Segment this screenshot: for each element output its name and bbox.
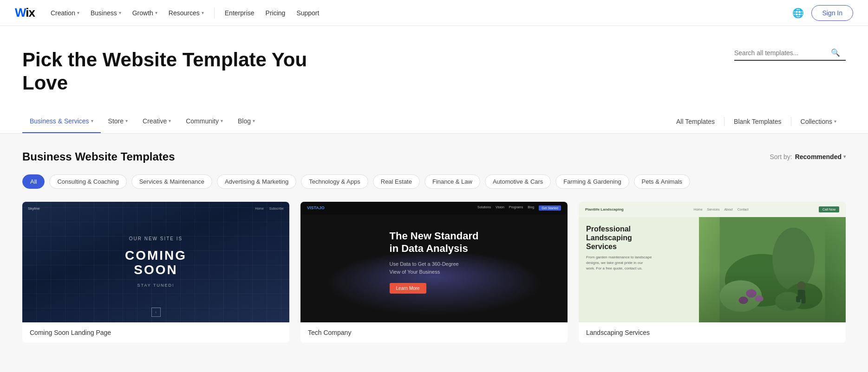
tc-content-block: The New Standardin Data Analysis Use Dat…	[379, 219, 490, 305]
sort-control: Sort by: Recommended ▾	[770, 153, 846, 160]
search-icon[interactable]: 🔍	[831, 48, 840, 57]
chevron-down-icon: ▾	[77, 10, 79, 15]
cat-nav-item-blog[interactable]: Blog ▾	[230, 110, 262, 133]
globe-icon[interactable]: 🌐	[792, 7, 804, 19]
cat-nav-right: All Templates Blank Templates Collection…	[667, 110, 846, 133]
main-content: Business Website Templates Sort by: Reco…	[0, 134, 868, 359]
wix-logo[interactable]: Wix	[15, 6, 35, 20]
svg-rect-11	[796, 296, 800, 302]
filter-all[interactable]: All	[22, 174, 45, 189]
chevron-down-icon: ▾	[155, 10, 157, 15]
template-grid: Skyline Home Subscribe OUR NEW SITE IS C…	[22, 202, 846, 343]
sign-in-button[interactable]: Sign In	[811, 5, 853, 21]
chevron-down-icon: ▾	[119, 10, 121, 15]
chevron-down-icon: ▾	[834, 119, 836, 124]
tc-learn-more-button[interactable]: Learn More	[390, 283, 426, 294]
chevron-down-icon: ▾	[253, 118, 255, 123]
nav-link-business[interactable]: Business ▾	[86, 6, 126, 19]
chevron-down-icon: ▾	[202, 10, 204, 15]
svg-point-3	[719, 280, 762, 312]
navbar: Wix Creation ▾ Business ▾ Growth ▾ Resou…	[0, 0, 868, 26]
filter-pets-animals[interactable]: Pets & Animals	[634, 174, 690, 189]
template-card-coming-soon[interactable]: Skyline Home Subscribe OUR NEW SITE IS C…	[22, 202, 289, 343]
template-label-coming-soon: Coming Soon Landing Page	[22, 322, 289, 343]
hero-section: Pick the Website Template You Love 🔍	[0, 26, 868, 110]
svg-point-8	[775, 292, 802, 311]
template-label-landscaping: Landscaping Services	[579, 322, 846, 343]
section-title: Business Website Templates	[22, 150, 175, 163]
svg-point-4	[746, 289, 757, 297]
svg-point-5	[755, 295, 763, 302]
chevron-down-icon: ▾	[91, 118, 93, 123]
chevron-down-icon: ▾	[843, 154, 846, 159]
cat-nav-item-store[interactable]: Store ▾	[101, 110, 135, 133]
cs-scroll-indicator: ↓	[151, 308, 161, 317]
filter-consulting-coaching[interactable]: Consulting & Coaching	[49, 174, 126, 189]
ls-left-content: ProfessionalLandscapingServices From gar…	[579, 217, 699, 322]
nav-right-actions: 🌐 Sign In	[792, 5, 853, 21]
section-header: Business Website Templates Sort by: Reco…	[22, 150, 846, 163]
svg-rect-0	[719, 217, 825, 322]
cat-nav-collections[interactable]: Collections ▾	[791, 110, 846, 133]
cat-nav-item-creative[interactable]: Creative ▾	[135, 110, 178, 133]
template-card-landscaping[interactable]: Plantlife Landscaping Home Services Abou…	[579, 202, 846, 343]
cat-nav-item-community[interactable]: Community ▾	[178, 110, 230, 133]
nav-link-pricing[interactable]: Pricing	[261, 6, 290, 19]
tc-mini-nav: VISTAJO Solutions Vision Programs Blog G…	[300, 202, 568, 214]
svg-rect-12	[801, 296, 805, 303]
filter-real-estate[interactable]: Real Estate	[373, 174, 420, 189]
template-card-tech-company[interactable]: VISTAJO Solutions Vision Programs Blog G…	[300, 202, 568, 343]
svg-point-9	[797, 281, 805, 289]
ls-body: ProfessionalLandscapingServices From gar…	[579, 217, 846, 322]
filter-bar: All Consulting & Coaching Services & Mai…	[22, 174, 846, 189]
template-thumb-coming-soon: Skyline Home Subscribe OUR NEW SITE IS C…	[22, 202, 289, 322]
nav-link-resources[interactable]: Resources ▾	[164, 6, 209, 19]
cat-nav-item-business-services[interactable]: Business & Services ▾	[22, 110, 101, 133]
nav-link-support[interactable]: Support	[292, 6, 324, 19]
category-nav: Business & Services ▾ Store ▾ Creative ▾…	[0, 110, 868, 134]
cat-nav-all-templates[interactable]: All Templates	[667, 110, 724, 133]
cat-nav-left: Business & Services ▾ Store ▾ Creative ▾…	[22, 110, 262, 133]
template-label-tech-company: Tech Company	[300, 322, 568, 343]
ls-garden-svg	[699, 217, 846, 322]
chevron-down-icon: ▾	[125, 118, 128, 123]
nav-link-creation[interactable]: Creation ▾	[46, 6, 84, 19]
cs-text-block: OUR NEW SITE IS COMINGSOON STAY TUNED!	[125, 236, 187, 288]
nav-divider	[214, 7, 215, 19]
template-thumb-tech: VISTAJO Solutions Vision Programs Blog G…	[300, 202, 568, 322]
filter-services-maintenance[interactable]: Services & Maintenance	[131, 174, 212, 189]
cs-thumb-nav: Home Subscribe	[255, 207, 284, 210]
filter-automotive-cars[interactable]: Automotive & Cars	[485, 174, 551, 189]
nav-link-enterprise[interactable]: Enterprise	[220, 6, 259, 19]
svg-point-6	[738, 296, 748, 304]
chevron-down-icon: ▾	[221, 118, 223, 123]
chevron-down-icon: ▾	[169, 118, 171, 123]
filter-finance-law[interactable]: Finance & Law	[424, 174, 480, 189]
nav-link-growth[interactable]: Growth ▾	[128, 6, 162, 19]
hero-title: Pick the Website Template You Love	[22, 48, 329, 95]
cs-thumb-logo: Skyline	[28, 206, 40, 211]
filter-advertising-marketing[interactable]: Advertising & Marketing	[217, 174, 296, 189]
svg-rect-10	[797, 289, 805, 299]
svg-point-2	[772, 227, 815, 290]
sort-value-button[interactable]: Recommended ▾	[795, 153, 846, 160]
ls-mini-nav: Plantlife Landscaping Home Services Abou…	[579, 202, 846, 217]
cat-nav-blank-templates[interactable]: Blank Templates	[724, 110, 790, 133]
filter-technology-apps[interactable]: Technology & Apps	[301, 174, 368, 189]
template-thumb-landscape: Plantlife Landscaping Home Services Abou…	[579, 202, 846, 322]
ls-garden-image	[699, 217, 846, 322]
svg-point-7	[785, 283, 822, 309]
search-bar: 🔍	[734, 48, 846, 61]
filter-farming-gardening[interactable]: Farming & Gardening	[555, 174, 629, 189]
nav-primary-links: Creation ▾ Business ▾ Growth ▾ Resources…	[46, 6, 781, 19]
ls-cta-button[interactable]: Call Now	[819, 206, 839, 212]
search-input[interactable]	[734, 49, 827, 57]
